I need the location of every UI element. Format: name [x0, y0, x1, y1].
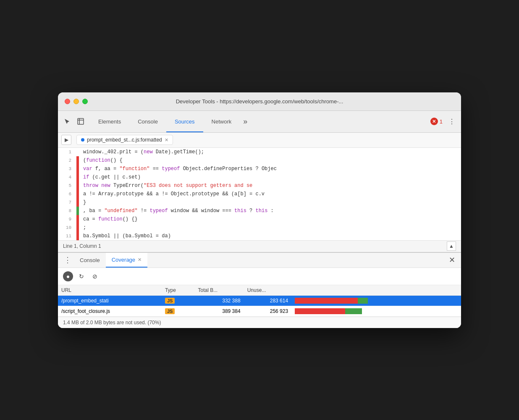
- cell-total: 389 384: [194, 306, 244, 316]
- bottom-tab-bar: ⋮ Console Coverage ✕ ✕: [58, 253, 461, 268]
- line-gutter: [76, 215, 79, 223]
- line-number: 5: [58, 181, 76, 190]
- status-bar: Line 1, Column 1 ▲: [58, 240, 461, 252]
- line-number: 3: [58, 165, 76, 173]
- line-gutter: [76, 232, 79, 240]
- line-gutter: [76, 156, 79, 165]
- bottom-tab-console[interactable]: Console: [74, 253, 106, 268]
- close-button[interactable]: [65, 99, 70, 104]
- error-icon: ✕: [430, 118, 438, 125]
- tab-list: Elements Console Sources Network »: [90, 111, 251, 132]
- cell-unused: 256 923: [244, 306, 291, 316]
- tab-console[interactable]: Console: [129, 111, 166, 132]
- error-badge[interactable]: ✕ 1: [430, 118, 443, 125]
- close-bottom-panel-button[interactable]: ✕: [446, 255, 458, 265]
- code-line-11: 11 ba.Symbol || (ba.Symbol = da): [58, 232, 461, 240]
- file-tab-label: prompt_embed_st...c.js:formatted: [87, 137, 162, 143]
- file-tab[interactable]: prompt_embed_st...c.js:formatted ✕: [76, 135, 173, 145]
- code-line-4: 4 if (c.get || c.set): [58, 173, 461, 181]
- type-badge: JS: [165, 308, 175, 314]
- panel-toggle-button[interactable]: ▶: [61, 135, 71, 145]
- line-number: 11: [58, 232, 76, 240]
- cell-bar: [291, 295, 461, 306]
- code-content: ba.Symbol || (ba.Symbol = da): [81, 232, 461, 240]
- clear-coverage-button[interactable]: ⊘: [90, 271, 100, 281]
- cell-type: JS: [162, 306, 195, 316]
- code-content: ca = function() {}: [81, 215, 461, 223]
- cursor-icon[interactable]: [61, 116, 73, 127]
- file-tab-close[interactable]: ✕: [165, 137, 168, 143]
- code-content: var f, aa = "function" == typeof Object.…: [81, 165, 461, 173]
- code-content: throw new TypeError("ES3 does not suppor…: [81, 181, 461, 190]
- inspect-icon[interactable]: [75, 116, 86, 127]
- fullscreen-button[interactable]: [82, 99, 88, 104]
- unused-bar: [295, 298, 358, 304]
- cell-unused: 283 614: [244, 295, 291, 306]
- tab-network[interactable]: Network: [203, 111, 240, 132]
- cell-url: /prompt_embed_stati: [58, 295, 162, 306]
- line-gutter: [76, 198, 79, 207]
- line-number: 6: [58, 190, 76, 198]
- col-unused: Unuse...: [244, 285, 291, 296]
- title-bar: Developer Tools - https://developers.goo…: [58, 92, 461, 111]
- line-number: 1: [58, 148, 76, 156]
- cell-total: 332 388: [194, 295, 244, 306]
- code-line-10: 10 ;: [58, 223, 461, 232]
- devtools-window: Developer Tools - https://developers.goo…: [58, 92, 461, 328]
- line-gutter: [76, 207, 79, 215]
- type-badge: JS: [165, 298, 175, 304]
- cell-type: JS: [162, 295, 195, 306]
- table-row[interactable]: /script_foot_closure.jsJS389 384256 923: [58, 306, 461, 316]
- console-up-button[interactable]: ▲: [447, 242, 456, 251]
- line-number: 9: [58, 215, 76, 223]
- code-line-1: 1window._402.prlt = (new Date).getTime()…: [58, 148, 461, 156]
- col-url: URL: [58, 285, 162, 296]
- cursor-position: Line 1, Column 1: [63, 243, 101, 249]
- coverage-table: URL Type Total B... Unuse... /prompt_emb…: [58, 285, 461, 317]
- line-number: 10: [58, 223, 76, 232]
- sources-panel: ▶ prompt_embed_st...c.js:formatted ✕ 1wi…: [58, 133, 461, 252]
- tab-sources[interactable]: Sources: [166, 111, 203, 132]
- devtools-right-controls: ✕ 1 ⋮: [430, 116, 458, 127]
- code-editor[interactable]: 1window._402.prlt = (new Date).getTime()…: [58, 148, 461, 240]
- line-number: 4: [58, 173, 76, 181]
- line-gutter: [76, 173, 79, 181]
- bottom-tab-coverage[interactable]: Coverage ✕: [106, 253, 147, 268]
- minimize-button[interactable]: [73, 99, 79, 104]
- code-line-5: 5 throw new TypeError("ES3 does not supp…: [58, 181, 461, 190]
- col-total: Total B...: [194, 285, 244, 296]
- code-content: , ba = "undefined" != typeof window && w…: [81, 207, 461, 215]
- code-content: }: [81, 198, 461, 207]
- coverage-footer: 1.4 MB of 2.0 MB bytes are not used. (70…: [58, 317, 461, 328]
- table-row[interactable]: /prompt_embed_statiJS332 388283 614: [58, 295, 461, 306]
- line-gutter: [76, 181, 79, 190]
- code-line-2: 2(function() {: [58, 156, 461, 165]
- more-tabs-button[interactable]: »: [240, 117, 251, 126]
- window-title: Developer Tools - https://developers.goo…: [176, 98, 343, 105]
- sources-toolbar: ▶ prompt_embed_st...c.js:formatted ✕: [58, 133, 461, 148]
- used-bar: [358, 298, 368, 304]
- code-line-3: 3 var f, aa = "function" == typeof Objec…: [58, 165, 461, 173]
- coverage-toolbar: ● ↻ ⊘: [58, 268, 461, 285]
- coverage-tab-close[interactable]: ✕: [138, 257, 142, 262]
- settings-icon[interactable]: ⋮: [446, 116, 458, 127]
- more-options-icon[interactable]: ⋮: [61, 255, 74, 265]
- code-line-8: 8 , ba = "undefined" != typeof window &&…: [58, 207, 461, 215]
- cell-bar: [291, 306, 461, 316]
- record-coverage-button[interactable]: ●: [63, 271, 73, 281]
- code-content: if (c.get || c.set): [81, 173, 461, 181]
- tab-elements[interactable]: Elements: [90, 111, 129, 132]
- reload-coverage-button[interactable]: ↻: [76, 271, 86, 281]
- unused-bar: [295, 308, 345, 314]
- line-gutter: [76, 165, 79, 173]
- line-number: 2: [58, 156, 76, 165]
- code-content: ;: [81, 223, 461, 232]
- col-type: Type: [162, 285, 195, 296]
- line-number: 7: [58, 198, 76, 207]
- col-bar: [291, 285, 461, 296]
- code-line-6: 6 a != Array.prototype && a != Object.pr…: [58, 190, 461, 198]
- code-content: (function() {: [81, 156, 461, 165]
- line-number: 8: [58, 207, 76, 215]
- file-modified-indicator: [81, 138, 84, 142]
- traffic-lights: [65, 99, 88, 104]
